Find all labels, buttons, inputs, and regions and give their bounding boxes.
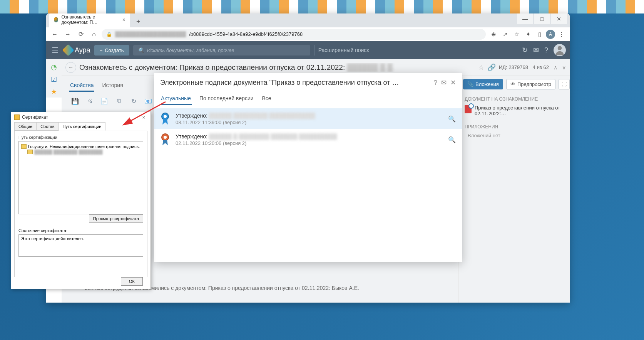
url-path: /b0889cdd-4559-4a84-8a92-e9dbf4f625f0/23… [189,31,303,37]
eye-icon: 👁 [510,81,515,87]
rail-clock-icon[interactable]: ◔ [48,61,60,73]
toolbar-doc-icon[interactable]: 📄 [99,95,110,107]
signature-meta: 08.11.2022 11:39:00 (версия 2) [176,120,443,125]
nav-back-icon[interactable]: ← [49,29,60,40]
cert-tab-general[interactable]: Общие [14,122,37,131]
mail-icon[interactable]: ✉ [533,46,539,54]
help-icon[interactable]: ? [544,46,548,54]
tab-close-icon[interactable]: × [122,17,125,23]
toolbar-save-icon[interactable]: 💾 [69,95,81,107]
modal-tab-actual[interactable]: Актуальные [160,93,192,105]
next-icon[interactable]: ∨ [562,64,566,71]
panel-document-item[interactable]: Приказ о предоставлении отпуска от 02.11… [465,105,564,116]
logo-icon [62,44,74,56]
link-icon[interactable]: 🔗 [487,63,496,72]
signature-list: Утверждено: ██████ █████████ ███████████… [154,105,462,153]
profile-avatar[interactable]: A [546,30,555,39]
minimize-button[interactable]: — [517,13,533,24]
separator [314,45,314,56]
cert-tab-path[interactable]: Путь сертификации [59,122,106,131]
zoom-icon[interactable]: ⊕ [488,29,499,40]
create-button[interactable]: + Создать [94,45,129,56]
modal-title: Электронные подписи документа "Приказ о … [160,79,430,87]
modal-tab-last[interactable]: По последней версии [199,93,254,105]
back-button[interactable]: ← [65,62,76,73]
plus-icon: + [100,47,103,53]
ribbon-icon [160,112,170,125]
modal-mail-icon[interactable]: ✉ [441,79,447,87]
toolbar-refresh-icon[interactable]: ↻ [128,95,139,107]
tree-root[interactable]: Госуслуги. Неквалифицированная электронн… [21,144,141,149]
tab-history[interactable]: История [101,80,124,92]
cert-status-label: Состояние сертификата: [18,228,67,233]
favorite-icon[interactable]: ☆ [478,63,484,72]
nav-forward-icon[interactable]: → [62,29,73,40]
attachments-button[interactable]: 📎 Вложения [463,79,503,89]
panel-section-title: ДОКУМЕНТ НА ОЗНАКОМЛЕНИЕ [465,96,564,102]
left-rail: ◔ ☑ ★ [46,59,62,98]
expand-button[interactable]: ⛶ [559,79,570,89]
preview-button[interactable]: 👁 Предпросмотр [506,79,555,89]
menu-icon[interactable]: ⋮ [556,29,567,40]
modal-close-icon[interactable]: ✕ [450,79,456,87]
toolbar-print-icon[interactable]: 🖨 [84,95,95,107]
signature-meta: 02.11.2022 10:20:06 (версия 2) [176,140,443,146]
home-icon[interactable]: ⌂ [89,29,99,40]
signature-row[interactable]: Утверждено: ██████ █ ████████ ███████ ██… [154,129,462,150]
app-header: ☰ Аура + Создать 🔍 Искать документы, зад… [46,41,570,59]
cert-status-box: Этот сертификат действителен. [18,234,143,257]
view-signature-icon[interactable]: 🔍 [448,136,456,143]
panel-section-title-2: ПРИЛОЖЕНИЯ [465,124,564,130]
pdf-icon [465,105,472,113]
svg-point-3 [164,136,167,139]
view-signature-icon[interactable]: 🔍 [448,115,456,123]
extensions-icon[interactable]: ✦ [523,29,534,40]
bookmark-icon[interactable]: ☆ [511,29,522,40]
attachment-icon: 📎 [467,81,473,87]
right-panel: 📎 Вложения 👁 Предпросмотр ⛶ ДОКУМЕНТ НА … [458,76,570,303]
cert-tabs: Общие Состав Путь сертификации [11,122,151,131]
cert-node-icon [21,144,27,149]
hamburger-icon[interactable]: ☰ [50,44,60,56]
cert-tree[interactable]: Госуслуги. Неквалифицированная электронн… [18,141,143,214]
url-field[interactable]: 🔒 ████████████████████ /b0889cdd-4559-4a… [102,29,486,40]
ribbon-icon [160,133,170,146]
signature-row[interactable]: Утверждено: ██████ █████████ ███████████… [154,108,462,129]
prev-icon[interactable]: ∧ [554,64,557,71]
search-input[interactable]: 🔍 Искать документы, задания, прочее [133,45,310,56]
rail-star-icon[interactable]: ★ [48,86,60,98]
toolbar-copy-icon[interactable]: ⧉ [113,95,125,107]
tree-child[interactable]: ██████ ████████ ████████ [27,149,141,155]
os-window-controls: — □ ✕ [517,13,567,24]
rail-check-icon[interactable]: ☑ [48,74,60,85]
svg-point-1 [164,115,167,118]
url-domain-redacted: ████████████████████ [115,31,186,37]
browser-tab[interactable]: Ознакомьтесь с документом: П… × [49,13,130,27]
toolbar-send-icon[interactable]: 📧 [142,95,154,107]
browser-tab-bar: Ознакомьтесь с документом: П… × + [46,13,570,27]
user-avatar[interactable] [554,44,566,56]
tab-properties[interactable]: Свойства [69,80,94,92]
new-tab-button[interactable]: + [133,16,144,27]
os-close-button[interactable]: ✕ [551,13,567,24]
maximize-button[interactable]: □ [534,13,550,24]
tab-title: Ознакомьтесь с документом: П… [61,14,119,25]
lock-icon: 🔒 [106,32,112,37]
sync-icon[interactable]: ↻ [522,46,528,54]
reload-icon[interactable]: ⟳ [75,29,86,40]
cert-tab-content[interactable]: Состав [36,122,59,131]
search-icon: 🔍 [138,47,144,53]
extended-search-link[interactable]: Расширенный поиск [318,47,369,53]
cert-titlebar: Сертификат × [11,112,151,122]
view-certificate-button[interactable]: Просмотр сертификата [89,214,143,223]
app-logo[interactable]: Аура [64,46,90,54]
share-icon[interactable]: ↗ [500,29,510,40]
modal-help-icon[interactable]: ? [434,79,437,87]
side-panel-icon[interactable]: ▯ [534,29,545,40]
tab-favicon [54,17,58,22]
modal-tab-all[interactable]: Все [261,93,272,105]
app-name: Аура [75,46,90,54]
cert-ok-button[interactable]: ОК [121,277,143,286]
cert-close-button[interactable]: × [140,114,147,121]
cert-node-icon [27,150,33,154]
